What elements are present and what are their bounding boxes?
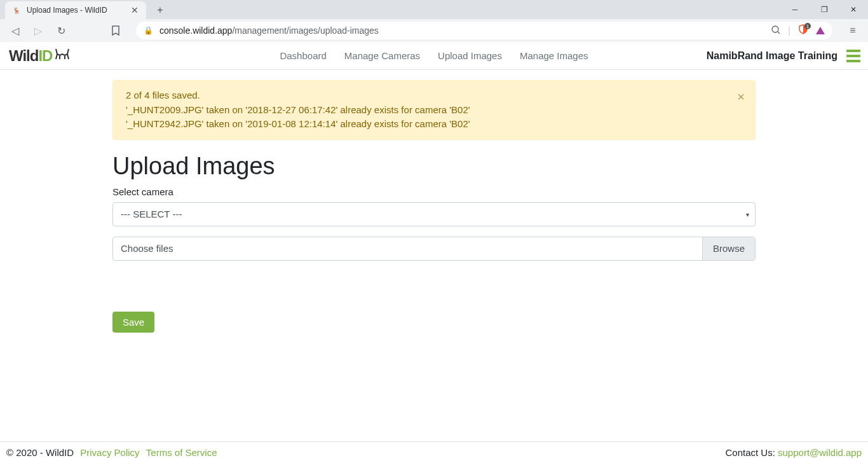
browser-toolbar: ◁ ▷ ↻ 🔒 console.wildid.app/management/im…: [0, 19, 868, 42]
file-input-text: Choose files: [113, 237, 702, 260]
nav-manage-cameras[interactable]: Manage Cameras: [344, 50, 420, 61]
footer-left: © 2020 - WildID Privacy Policy Terms of …: [6, 447, 217, 458]
alert-line-1: 2 of 4 files saved.: [126, 88, 729, 103]
content: 2 of 4 files saved. '_HUNT2009.JPG' take…: [112, 70, 756, 343]
browse-button[interactable]: Browse: [702, 237, 755, 260]
reload-button[interactable]: ↻: [52, 22, 70, 39]
camera-select-wrap: --- SELECT --- ▾: [112, 202, 756, 226]
alert-line-3: '_HUNT2942.JPG' taken on '2019-01-08 12:…: [126, 117, 729, 132]
logo[interactable]: WildID: [9, 46, 71, 65]
shield-badge: 1: [804, 23, 811, 29]
hamburger-menu-button[interactable]: [846, 50, 860, 62]
main-nav: Dashboard Manage Cameras Upload Images M…: [280, 50, 588, 61]
bookmark-button[interactable]: [107, 22, 125, 39]
nav-dashboard[interactable]: Dashboard: [280, 50, 326, 61]
maximize-button[interactable]: ❐: [810, 0, 839, 19]
svg-point-0: [772, 26, 778, 32]
logo-deer-icon: [53, 46, 71, 65]
header-right: NamibRand Image Training: [707, 50, 860, 62]
terms-link[interactable]: Terms of Service: [146, 447, 217, 458]
favicon-icon: 🦌: [11, 5, 22, 15]
camera-select[interactable]: --- SELECT ---: [112, 202, 756, 226]
forward-button[interactable]: ▷: [29, 22, 47, 39]
logo-text-wild: Wild: [9, 47, 38, 65]
tab-close-icon[interactable]: ✕: [130, 5, 140, 15]
divider: |: [788, 25, 790, 36]
browser-chrome: 🦌 Upload Images - WildID ✕ + ─ ❐ ✕ ◁ ▷ ↻…: [0, 0, 868, 42]
address-bar[interactable]: 🔒 console.wildid.app/management/images/u…: [136, 22, 832, 39]
browser-tab[interactable]: 🦌 Upload Images - WildID ✕: [5, 1, 146, 19]
alert-close-icon[interactable]: ×: [737, 87, 745, 106]
address-bar-icons: | 1: [771, 24, 825, 37]
file-input[interactable]: Choose files Browse: [112, 237, 756, 261]
footer-right: Contact Us: support@wildid.app: [726, 447, 862, 458]
back-button[interactable]: ◁: [6, 22, 24, 39]
triangle-icon[interactable]: [816, 27, 825, 34]
app-header: WildID Dashboard Manage Cameras Upload I…: [0, 42, 868, 70]
zoom-icon[interactable]: [771, 25, 780, 36]
lock-icon: 🔒: [144, 26, 153, 35]
copyright: © 2020 - WildID: [6, 447, 74, 458]
alert-line-2: '_HUNT2009.JPG' taken on '2018-12-27 06:…: [126, 103, 729, 118]
window-controls: ─ ❐ ✕: [780, 0, 868, 19]
tab-title: Upload Images - WildID: [27, 6, 130, 15]
tab-bar: 🦌 Upload Images - WildID ✕ + ─ ❐ ✕: [0, 0, 868, 19]
footer: © 2020 - WildID Privacy Policy Terms of …: [0, 441, 868, 463]
nav-upload-images[interactable]: Upload Images: [438, 50, 502, 61]
page-title: Upload Images: [112, 153, 756, 180]
select-camera-label: Select camera: [112, 186, 756, 197]
privacy-link[interactable]: Privacy Policy: [80, 447, 139, 458]
browser-menu-button[interactable]: ≡: [844, 22, 862, 39]
svg-line-1: [778, 32, 780, 34]
url-path: /management/images/upload-images: [232, 25, 378, 36]
nav-manage-images[interactable]: Manage Images: [520, 50, 588, 61]
contact-email-link[interactable]: support@wildid.app: [778, 447, 862, 458]
shield-icon[interactable]: 1: [798, 24, 808, 37]
org-name: NamibRand Image Training: [707, 50, 837, 62]
logo-text-id: ID: [38, 47, 52, 65]
save-button[interactable]: Save: [112, 312, 154, 333]
close-window-button[interactable]: ✕: [839, 0, 868, 19]
contact-label: Contact Us:: [726, 447, 778, 458]
minimize-button[interactable]: ─: [780, 0, 810, 19]
url-host: console.wildid.app: [159, 25, 232, 36]
alert-warning: 2 of 4 files saved. '_HUNT2009.JPG' take…: [112, 80, 756, 140]
new-tab-button[interactable]: +: [151, 1, 169, 19]
